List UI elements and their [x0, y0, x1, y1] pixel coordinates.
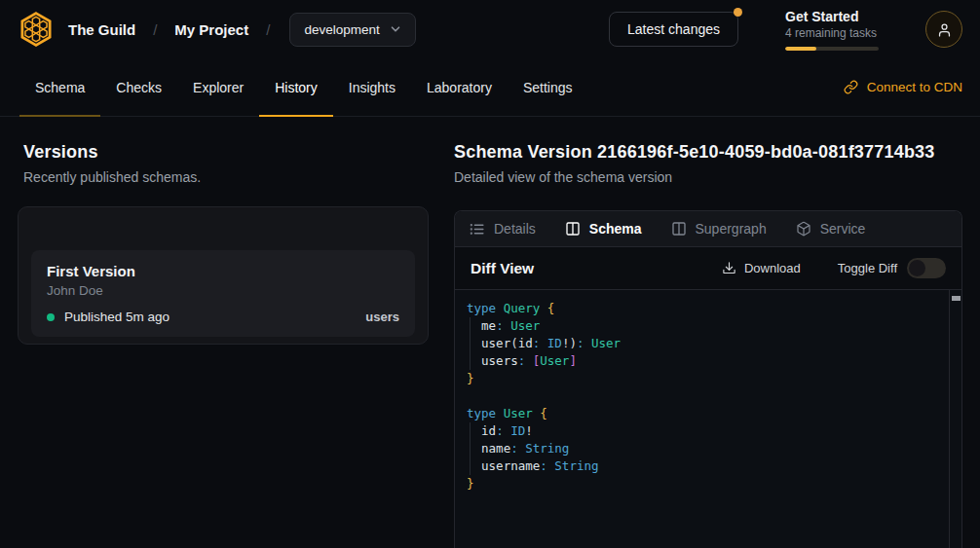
- detail-tab-supergraph[interactable]: Supergraph: [671, 221, 767, 237]
- get-started-progress-fill: [785, 47, 816, 51]
- version-list: First VersionJohn DoePublished 5m agouse…: [31, 250, 415, 337]
- breadcrumb-project[interactable]: My Project: [174, 21, 248, 38]
- version-service-badge: users: [365, 310, 399, 324]
- connect-to-cdn-button[interactable]: Connect to CDN: [844, 58, 962, 116]
- download-icon: [722, 261, 736, 275]
- breadcrumb-separator: /: [153, 21, 157, 38]
- get-started-widget[interactable]: Get Started 4 remaining tasks: [785, 9, 879, 51]
- detail-tab-label: Details: [494, 221, 536, 237]
- nav-tab-checks[interactable]: Checks: [100, 58, 177, 116]
- main-content: Versions Recently published schemas. Fir…: [0, 117, 980, 548]
- detail-tab-details[interactable]: Details: [469, 221, 536, 237]
- list-icon: [469, 221, 485, 237]
- get-started-title: Get Started: [785, 9, 879, 24]
- code-line: type User {: [467, 405, 948, 422]
- detail-tab-label: Schema: [589, 221, 642, 237]
- nav-tab-underline: [19, 115, 100, 117]
- nav-tab-explorer[interactable]: Explorer: [177, 58, 259, 116]
- code-line: users: [User]: [467, 352, 948, 370]
- breadcrumb-org[interactable]: The Guild: [68, 21, 135, 38]
- connect-to-cdn-label: Connect to CDN: [867, 80, 962, 94]
- nav-tab-history[interactable]: History: [259, 58, 333, 116]
- link-icon: [844, 80, 858, 94]
- nav-tab-label: Schema: [35, 80, 85, 95]
- version-detail-subtitle: Detailed view of the schema version: [454, 169, 962, 185]
- breadcrumb: The Guild / My Project /: [68, 21, 270, 38]
- versions-card: First VersionJohn DoePublished 5m agouse…: [18, 206, 429, 345]
- nav-tab-settings[interactable]: Settings: [508, 58, 588, 116]
- version-list-item[interactable]: First VersionJohn DoePublished 5m agouse…: [31, 250, 415, 337]
- user-avatar[interactable]: [925, 11, 962, 48]
- nav-tab-label: History: [275, 80, 318, 95]
- nav-tab-underline: [259, 115, 333, 118]
- nav-tab-laboratory[interactable]: Laboratory: [411, 58, 508, 116]
- hive-logo[interactable]: [18, 11, 55, 48]
- nav-tab-underline: [333, 115, 411, 117]
- toggle-diff-label: Toggle Diff: [838, 261, 897, 275]
- versions-title: Versions: [23, 142, 429, 163]
- detail-tabs: DetailsSchemaSupergraphService: [455, 211, 961, 247]
- code-line: username: String: [467, 457, 948, 475]
- code-line: user(id: ID!): User: [467, 335, 948, 352]
- target-selector-value: development: [304, 22, 379, 37]
- version-name: First Version: [47, 263, 399, 279]
- code-scrollbar[interactable]: [949, 290, 961, 548]
- get-started-progressbar: [785, 47, 879, 51]
- breadcrumb-separator: /: [266, 21, 270, 38]
- detail-panel: DetailsSchemaSupergraphService Diff View…: [454, 210, 962, 548]
- published-status-dot: [47, 313, 55, 321]
- code-lines: type Query { me: User user(id: ID!): Use…: [467, 300, 948, 493]
- code-line: [467, 387, 948, 405]
- diff-toolbar: Diff View Download Toggle Diff: [455, 247, 961, 290]
- nav-tab-insights[interactable]: Insights: [333, 58, 411, 116]
- detail-tab-label: Service: [820, 221, 866, 237]
- nav-tab-underline: [411, 115, 508, 117]
- indent-guide: [470, 352, 471, 370]
- version-detail-panel: Schema Version 2166196f-5e10-4059-bd0a-0…: [454, 117, 962, 548]
- code-line: me: User: [467, 317, 948, 335]
- toggle-knob: [909, 260, 925, 276]
- indent-guide: [470, 457, 471, 475]
- nav-tab-underline: [100, 115, 177, 117]
- detail-tab-schema[interactable]: Schema: [565, 221, 642, 237]
- detail-tab-service[interactable]: Service: [796, 221, 866, 237]
- scrollbar-thumb[interactable]: [952, 296, 961, 301]
- chevron-down-icon: [390, 23, 401, 35]
- nav-tab-label: Settings: [523, 80, 573, 95]
- indent-guide: [470, 317, 471, 335]
- nav-tab-schema[interactable]: Schema: [19, 58, 100, 116]
- version-author: John Doe: [47, 283, 399, 298]
- download-label: Download: [744, 261, 801, 275]
- person-icon: [936, 21, 953, 38]
- columns-icon: [671, 221, 687, 237]
- nav-tab-label: Explorer: [193, 80, 244, 95]
- code-line: }: [467, 475, 948, 493]
- columns-icon: [565, 221, 581, 237]
- download-button[interactable]: Download: [722, 261, 801, 275]
- nav-tab-label: Insights: [349, 80, 396, 95]
- get-started-subtitle: 4 remaining tasks: [785, 26, 879, 40]
- toggle-diff-switch[interactable]: [907, 258, 946, 278]
- version-status: Published 5m ago: [64, 310, 170, 324]
- code-line: id: ID!: [467, 422, 948, 440]
- diff-view-title: Diff View: [471, 260, 534, 277]
- code-line: name: String: [467, 440, 948, 457]
- nav-tab-label: Laboratory: [427, 80, 492, 95]
- indent-guide: [470, 422, 471, 440]
- schema-code-viewer: type Query { me: User user(id: ID!): Use…: [455, 290, 961, 548]
- indent-guide: [470, 440, 471, 457]
- nav-tab-label: Checks: [116, 80, 162, 95]
- primary-nav: SchemaChecksExplorerHistoryInsightsLabor…: [0, 58, 980, 117]
- versions-subtitle: Recently published schemas.: [23, 169, 429, 185]
- nav-tab-underline: [508, 115, 588, 117]
- code-line: type Query {: [467, 300, 948, 317]
- app-header: The Guild / My Project / development Lat…: [0, 0, 980, 58]
- nav-tab-underline: [177, 115, 259, 117]
- latest-changes-button[interactable]: Latest changes: [609, 12, 738, 47]
- cube-icon: [796, 221, 811, 237]
- nav-tabs: SchemaChecksExplorerHistoryInsightsLabor…: [19, 58, 588, 116]
- target-selector[interactable]: development: [289, 13, 415, 47]
- versions-panel: Versions Recently published schemas. Fir…: [18, 117, 429, 548]
- version-detail-title: Schema Version 2166196f-5e10-4059-bd0a-0…: [454, 142, 962, 163]
- indent-guide: [470, 335, 471, 352]
